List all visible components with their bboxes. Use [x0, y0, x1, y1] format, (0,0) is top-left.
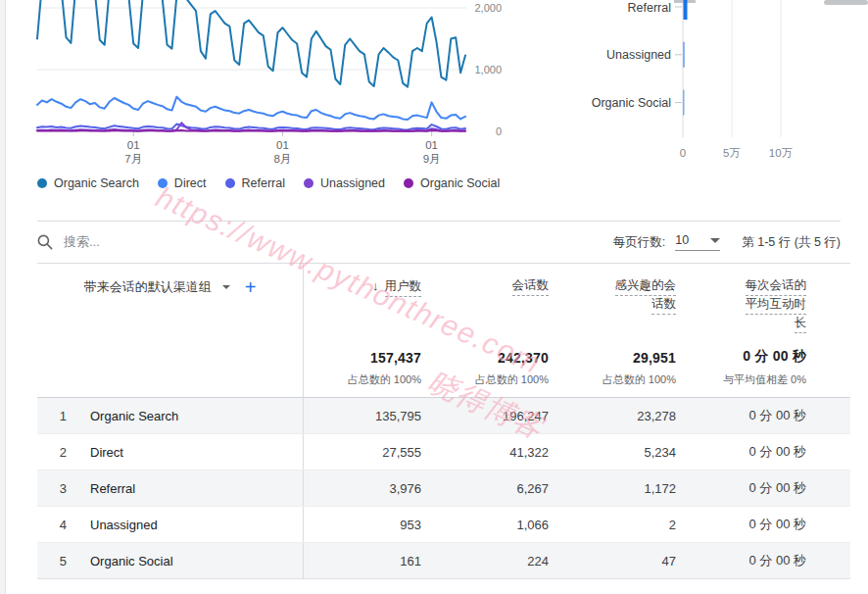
sessions-cell: 1,066	[421, 507, 549, 542]
svg-text:01: 01	[425, 139, 438, 151]
engaged-sessions-cell: 23,278	[549, 398, 676, 433]
metric-total-value: 157,437	[348, 350, 421, 366]
row-number: 2	[37, 445, 67, 460]
channel-name: Unassigned	[90, 518, 158, 532]
legend-label: Unassigned	[320, 176, 385, 190]
metric-header-label[interactable]: ↓用户数	[372, 277, 421, 297]
svg-text:5万: 5万	[723, 147, 741, 159]
table-row: 5 Organic Social 161 224 47 0 分 00 秒	[37, 543, 850, 579]
legend-label: Organic Social	[420, 176, 500, 190]
svg-text:01: 01	[276, 139, 289, 151]
legend-item: Unassigned	[304, 176, 385, 190]
avg-engagement-time-cell: 0 分 00 秒	[676, 470, 850, 506]
svg-text:7月: 7月	[124, 153, 142, 165]
metric-totals: 242,370 占总数的 100%	[475, 350, 549, 387]
metric-header-label[interactable]: 每次会话的平均互动时长	[746, 277, 807, 333]
engaged-sessions-cell: 47	[549, 543, 676, 578]
metric-total-subtext: 与平均值相差 0%	[723, 372, 806, 387]
add-dimension-button[interactable]: +	[245, 280, 257, 294]
rows-per-page-select[interactable]: 10	[675, 233, 720, 251]
table-toolbar: 搜索... 每页行数: 10 第 1-5 行 (共 5 行)	[37, 222, 841, 263]
metric-total-value: 29,951	[603, 350, 676, 366]
legend-label: Organic Search	[54, 176, 139, 190]
avg-engagement-time-cell: 0 分 00 秒	[676, 434, 850, 470]
avg-engagement-time-cell: 0 分 00 秒	[676, 398, 850, 433]
metric-totals: 29,951 占总数的 100%	[603, 350, 676, 387]
channel-name: Organic Social	[90, 554, 173, 569]
pagination-range: 第 1-5 行 (共 5 行)	[742, 234, 841, 251]
metric-header-cell[interactable]: 每次会话的平均互动时长 0 分 00 秒 与平均值相差 0%	[676, 264, 850, 397]
legend-dot-icon	[304, 178, 313, 188]
legend-dot-icon	[37, 178, 47, 188]
channel-cell: 5 Organic Social	[37, 543, 304, 578]
legend-label: Referral	[242, 176, 285, 190]
metric-header-cell[interactable]: 会话数 242,370 占总数的 100%	[421, 264, 549, 397]
users-cell: 27,555	[304, 434, 421, 470]
legend-item: Referral	[225, 176, 285, 190]
metric-total-subtext: 占总数的 100%	[475, 372, 549, 387]
dimension-header-cell: 带来会话的默认渠道组 +	[37, 264, 304, 397]
avg-engagement-time-cell: 0 分 00 秒	[676, 507, 850, 542]
metric-total-value: 242,370	[475, 350, 549, 366]
metric-totals: 0 分 00 秒 与平均值相差 0%	[723, 348, 806, 387]
legend-item: Direct	[158, 176, 207, 190]
svg-text:0: 0	[496, 125, 502, 137]
charts-section: 01,0002,000017月018月019月 05万10万ReferralUn…	[0, 0, 868, 221]
channel-name: Direct	[90, 445, 123, 460]
svg-text:01: 01	[127, 139, 140, 151]
svg-text:8月: 8月	[273, 153, 291, 165]
svg-text:Referral: Referral	[628, 1, 671, 15]
svg-text:Unassigned: Unassigned	[606, 48, 671, 62]
channel-cell: 2 Direct	[37, 434, 304, 470]
table-row: 3 Referral 3,976 6,267 1,172 0 分 00 秒	[37, 470, 850, 507]
engaged-sessions-cell: 5,234	[549, 434, 676, 470]
chevron-down-icon	[222, 285, 230, 289]
svg-text:1,000: 1,000	[474, 64, 502, 75]
legend-item: Organic Social	[404, 176, 500, 190]
ga4-traffic-acquisition-report: 01,0002,000017月018月019月 05万10万ReferralUn…	[0, 0, 868, 594]
svg-text:9月: 9月	[423, 153, 441, 165]
legend-dot-icon	[158, 178, 168, 188]
sessions-cell: 6,267	[421, 470, 549, 506]
engaged-sessions-cell: 2	[549, 507, 676, 542]
dimension-label: 带来会话的默认渠道组	[84, 278, 212, 296]
sessions-cell: 41,322	[421, 434, 549, 470]
svg-text:Organic Social: Organic Social	[592, 96, 671, 110]
traffic-over-time-line-chart: 01,0002,000017月018月019月	[0, 0, 534, 172]
table-row: 1 Organic Search 135,795 196,247 23,278 …	[37, 398, 850, 434]
row-number: 1	[37, 409, 67, 423]
metric-total-subtext: 占总数的 100%	[348, 372, 421, 387]
users-cell: 953	[304, 507, 421, 542]
metric-total-subtext: 占总数的 100%	[603, 372, 676, 387]
users-cell: 161	[304, 543, 421, 578]
search-placeholder: 搜索...	[64, 233, 100, 251]
table-row: 2 Direct 27,555 41,322 5,234 0 分 00 秒	[37, 434, 850, 470]
metric-header-cell[interactable]: ↓用户数 157,437 占总数的 100%	[304, 264, 421, 397]
rows-per-page-value: 10	[675, 233, 689, 247]
search-icon	[37, 234, 53, 250]
rows-per-page-label: 每页行数:	[613, 234, 665, 251]
engaged-sessions-cell: 1,172	[549, 470, 676, 506]
metric-header-label[interactable]: 感兴趣的会话数	[615, 277, 677, 315]
search-input[interactable]: 搜索...	[37, 233, 100, 251]
sessions-cell: 196,247	[421, 398, 549, 433]
chart-legend: Organic SearchDirectReferralUnassignedOr…	[37, 176, 500, 190]
dimension-selector[interactable]: 带来会话的默认渠道组 +	[84, 278, 257, 296]
metric-header-cell[interactable]: 感兴趣的会话数 29,951 占总数的 100%	[549, 264, 676, 397]
row-number: 4	[37, 518, 67, 532]
svg-text:0: 0	[680, 147, 686, 159]
table-body: 1 Organic Search 135,795 196,247 23,278 …	[37, 398, 850, 579]
metric-totals: 157,437 占总数的 100%	[348, 350, 421, 387]
channel-name: Referral	[90, 481, 135, 496]
metric-header-label[interactable]: 会话数	[512, 277, 550, 296]
svg-text:10万: 10万	[769, 147, 793, 159]
row-number: 3	[37, 481, 67, 496]
pagination: 每页行数: 10 第 1-5 行 (共 5 行)	[613, 233, 841, 251]
channels-data-table: 带来会话的默认渠道组 + ↓用户数 157,437 占总数的 100% 会话数 …	[37, 263, 850, 579]
chevron-down-icon	[710, 238, 720, 243]
channel-name: Organic Search	[90, 409, 178, 423]
legend-label: Direct	[174, 176, 207, 190]
users-cell: 3,976	[304, 470, 421, 506]
legend-item: Organic Search	[37, 176, 139, 190]
sessions-cell: 224	[421, 543, 549, 578]
